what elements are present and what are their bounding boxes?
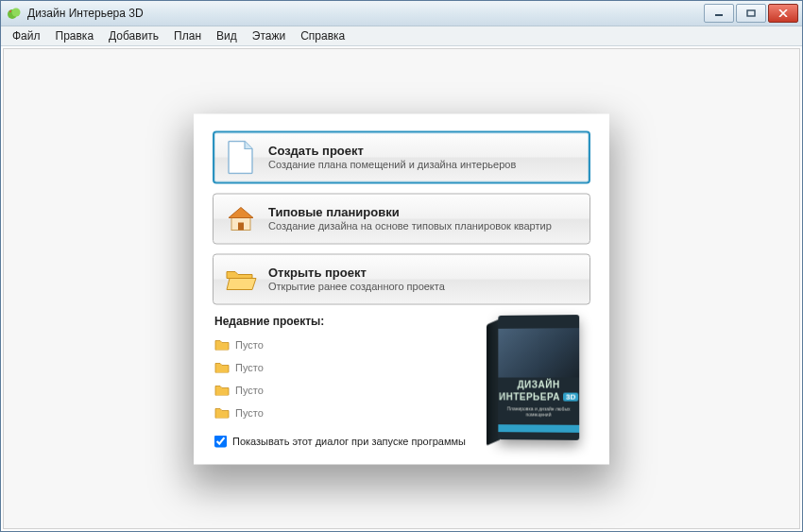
show-dialog-label: Показывать этот диалог при запуске прогр… xyxy=(232,436,466,447)
new-project-button[interactable]: Создать проект Создание плана помещений … xyxy=(213,130,590,183)
menu-help[interactable]: Справка xyxy=(293,27,352,44)
menu-add[interactable]: Добавить xyxy=(101,27,166,44)
folder-icon xyxy=(213,384,231,396)
menu-edit[interactable]: Правка xyxy=(48,27,102,44)
document-icon xyxy=(223,139,259,175)
svg-point-1 xyxy=(12,9,21,17)
app-window: Дизайн Интерьера 3D Файл Правка Добавить… xyxy=(0,0,803,532)
templates-subtitle: Создание дизайна на основе типовых плани… xyxy=(268,219,552,232)
titlebar: Дизайн Интерьера 3D xyxy=(1,1,802,26)
menubar: Файл Правка Добавить План Вид Этажи Спра… xyxy=(1,26,802,46)
welcome-dialog: Создать проект Создание плана помещений … xyxy=(194,113,609,464)
folder-open-icon xyxy=(223,261,259,297)
recent-item-label: Пусто xyxy=(235,361,264,372)
recent-item-label: Пусто xyxy=(235,384,264,395)
templates-button[interactable]: Типовые планировки Создание дизайна на о… xyxy=(213,193,590,244)
app-icon xyxy=(7,6,22,21)
minimize-button[interactable] xyxy=(704,4,734,23)
boxart-badge: 3D xyxy=(563,392,578,401)
product-box-art: ДИЗАЙН ИНТЕРЬЕРА3D Планировка и дизайн л… xyxy=(485,309,589,451)
recent-item-label: Пусто xyxy=(235,338,264,350)
svg-point-2 xyxy=(9,10,11,12)
house-icon xyxy=(223,200,259,236)
boxart-tagline: Планировка и дизайн любых помещений xyxy=(504,405,573,417)
show-dialog-checkbox[interactable] xyxy=(214,435,227,447)
new-project-title: Создать проект xyxy=(268,143,516,158)
svg-rect-4 xyxy=(747,10,755,16)
window-title: Дизайн Интерьера 3D xyxy=(27,7,702,20)
svg-rect-3 xyxy=(715,14,723,16)
folder-icon xyxy=(213,406,231,419)
boxart-line2: ИНТЕРЬЕРА xyxy=(499,391,560,402)
svg-marker-6 xyxy=(229,207,253,217)
boxart-line1: ДИЗАЙН xyxy=(498,379,579,389)
maximize-button[interactable] xyxy=(736,4,766,23)
recent-item-label: Пусто xyxy=(235,406,264,418)
folder-icon xyxy=(213,361,231,373)
open-project-title: Открыть проект xyxy=(268,265,445,280)
open-project-subtitle: Открытие ранее созданного проекта xyxy=(268,280,445,293)
open-project-button[interactable]: Открыть проект Открытие ранее созданного… xyxy=(213,253,590,304)
menu-plan[interactable]: План xyxy=(166,27,209,44)
new-project-subtitle: Создание плана помещений и дизайна интер… xyxy=(268,158,516,171)
menu-file[interactable]: Файл xyxy=(5,27,48,44)
menu-floors[interactable]: Этажи xyxy=(245,27,293,44)
close-button[interactable] xyxy=(768,4,798,23)
svg-rect-7 xyxy=(238,222,244,230)
client-area: Создать проект Создание плана помещений … xyxy=(3,48,800,529)
folder-icon xyxy=(213,338,231,351)
templates-title: Типовые планировки xyxy=(268,204,552,219)
menu-view[interactable]: Вид xyxy=(209,27,245,44)
window-controls xyxy=(702,4,798,23)
